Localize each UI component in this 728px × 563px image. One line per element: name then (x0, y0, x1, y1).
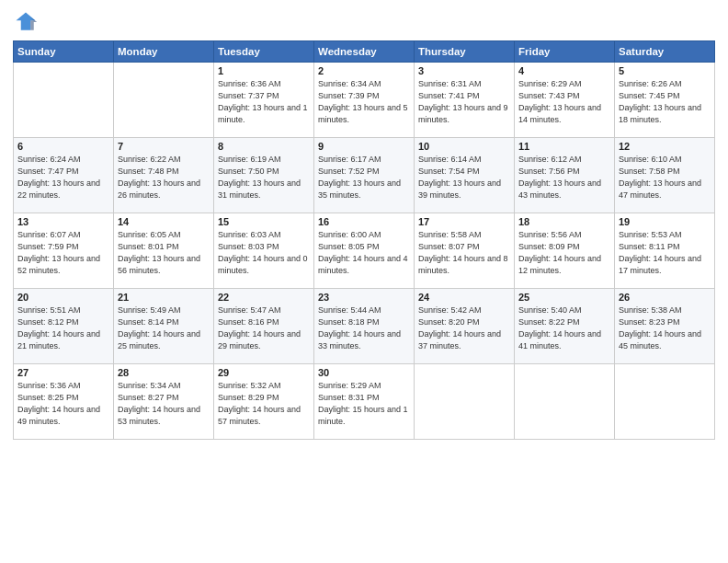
calendar-cell: 16Sunrise: 6:00 AM Sunset: 8:05 PM Dayli… (314, 213, 415, 289)
day-info: Sunrise: 6:19 AM Sunset: 7:50 PM Dayligh… (218, 154, 310, 201)
day-number: 9 (318, 141, 410, 152)
calendar-cell: 8Sunrise: 6:19 AM Sunset: 7:50 PM Daylig… (214, 138, 314, 213)
calendar-cell: 21Sunrise: 5:49 AM Sunset: 8:14 PM Dayli… (114, 289, 214, 364)
calendar-cell: 5Sunrise: 6:26 AM Sunset: 7:45 PM Daylig… (615, 63, 715, 138)
day-info: Sunrise: 5:58 AM Sunset: 8:07 PM Dayligh… (418, 229, 510, 277)
day-number: 13 (17, 216, 109, 227)
calendar-header-row: SundayMondayTuesdayWednesdayThursdayFrid… (14, 41, 715, 63)
calendar-cell (14, 63, 114, 138)
day-number: 24 (418, 292, 510, 303)
day-info: Sunrise: 5:47 AM Sunset: 8:16 PM Dayligh… (218, 304, 310, 352)
day-of-week-header: Monday (114, 41, 214, 63)
day-info: Sunrise: 6:07 AM Sunset: 7:59 PM Dayligh… (17, 229, 109, 277)
calendar-cell: 27Sunrise: 5:36 AM Sunset: 8:25 PM Dayli… (14, 364, 114, 440)
day-number: 14 (118, 216, 210, 227)
day-of-week-header: Saturday (615, 41, 715, 63)
calendar-cell: 25Sunrise: 5:40 AM Sunset: 8:22 PM Dayli… (515, 289, 615, 364)
calendar-week-row: 20Sunrise: 5:51 AM Sunset: 8:12 PM Dayli… (14, 289, 715, 364)
day-of-week-header: Friday (515, 41, 615, 63)
logo (13, 9, 42, 35)
calendar-cell: 12Sunrise: 6:10 AM Sunset: 7:58 PM Dayli… (615, 138, 715, 213)
calendar-cell: 3Sunrise: 6:31 AM Sunset: 7:41 PM Daylig… (415, 63, 515, 138)
page: SundayMondayTuesdayWednesdayThursdayFrid… (0, 0, 728, 563)
calendar-cell: 29Sunrise: 5:32 AM Sunset: 8:29 PM Dayli… (214, 364, 314, 440)
day-info: Sunrise: 5:36 AM Sunset: 8:25 PM Dayligh… (17, 380, 109, 428)
day-info: Sunrise: 6:14 AM Sunset: 7:54 PM Dayligh… (418, 154, 510, 201)
day-info: Sunrise: 5:44 AM Sunset: 8:18 PM Dayligh… (318, 304, 410, 352)
calendar-cell: 18Sunrise: 5:56 AM Sunset: 8:09 PM Dayli… (515, 213, 615, 289)
day-number: 23 (318, 292, 410, 303)
day-info: Sunrise: 6:00 AM Sunset: 8:05 PM Dayligh… (318, 229, 410, 277)
day-info: Sunrise: 6:26 AM Sunset: 7:45 PM Dayligh… (619, 78, 711, 126)
calendar-table: SundayMondayTuesdayWednesdayThursdayFrid… (13, 40, 715, 440)
day-info: Sunrise: 5:56 AM Sunset: 8:09 PM Dayligh… (518, 229, 610, 277)
calendar-cell (615, 364, 715, 440)
day-number: 10 (418, 141, 510, 152)
day-info: Sunrise: 6:29 AM Sunset: 7:43 PM Dayligh… (518, 78, 610, 126)
calendar-cell: 4Sunrise: 6:29 AM Sunset: 7:43 PM Daylig… (515, 63, 615, 138)
day-number: 25 (518, 292, 610, 303)
calendar-cell: 28Sunrise: 5:34 AM Sunset: 8:27 PM Dayli… (114, 364, 214, 440)
day-number: 6 (17, 141, 109, 152)
calendar-cell: 24Sunrise: 5:42 AM Sunset: 8:20 PM Dayli… (415, 289, 515, 364)
day-info: Sunrise: 5:49 AM Sunset: 8:14 PM Dayligh… (118, 304, 210, 352)
calendar-cell: 17Sunrise: 5:58 AM Sunset: 8:07 PM Dayli… (415, 213, 515, 289)
day-number: 3 (418, 65, 510, 76)
day-number: 22 (218, 292, 310, 303)
day-of-week-header: Sunday (14, 41, 114, 63)
calendar-cell: 6Sunrise: 6:24 AM Sunset: 7:47 PM Daylig… (14, 138, 114, 213)
day-number: 27 (17, 367, 109, 378)
day-info: Sunrise: 5:34 AM Sunset: 8:27 PM Dayligh… (118, 380, 210, 428)
calendar-cell: 10Sunrise: 6:14 AM Sunset: 7:54 PM Dayli… (415, 138, 515, 213)
day-info: Sunrise: 5:51 AM Sunset: 8:12 PM Dayligh… (17, 304, 109, 352)
day-number: 30 (318, 367, 410, 378)
calendar-week-row: 27Sunrise: 5:36 AM Sunset: 8:25 PM Dayli… (14, 364, 715, 440)
day-info: Sunrise: 5:53 AM Sunset: 8:11 PM Dayligh… (619, 229, 711, 277)
day-info: Sunrise: 6:22 AM Sunset: 7:48 PM Dayligh… (118, 154, 210, 201)
day-number: 17 (418, 216, 510, 227)
header (13, 9, 715, 35)
calendar-week-row: 1Sunrise: 6:36 AM Sunset: 7:37 PM Daylig… (14, 63, 715, 138)
calendar-cell: 15Sunrise: 6:03 AM Sunset: 8:03 PM Dayli… (214, 213, 314, 289)
day-info: Sunrise: 6:10 AM Sunset: 7:58 PM Dayligh… (619, 154, 711, 201)
day-number: 28 (118, 367, 210, 378)
day-number: 4 (518, 65, 610, 76)
day-info: Sunrise: 6:17 AM Sunset: 7:52 PM Dayligh… (318, 154, 410, 201)
day-info: Sunrise: 6:24 AM Sunset: 7:47 PM Dayligh… (17, 154, 109, 201)
day-info: Sunrise: 5:38 AM Sunset: 8:23 PM Dayligh… (619, 304, 711, 352)
day-of-week-header: Thursday (415, 41, 515, 63)
day-info: Sunrise: 6:31 AM Sunset: 7:41 PM Dayligh… (418, 78, 510, 126)
calendar-cell: 13Sunrise: 6:07 AM Sunset: 7:59 PM Dayli… (14, 213, 114, 289)
day-info: Sunrise: 5:29 AM Sunset: 8:31 PM Dayligh… (318, 380, 410, 428)
day-number: 1 (218, 65, 310, 76)
day-of-week-header: Tuesday (214, 41, 314, 63)
calendar-cell (515, 364, 615, 440)
calendar-week-row: 6Sunrise: 6:24 AM Sunset: 7:47 PM Daylig… (14, 138, 715, 213)
calendar-cell: 11Sunrise: 6:12 AM Sunset: 7:56 PM Dayli… (515, 138, 615, 213)
calendar-cell: 30Sunrise: 5:29 AM Sunset: 8:31 PM Dayli… (314, 364, 415, 440)
day-number: 16 (318, 216, 410, 227)
day-info: Sunrise: 6:36 AM Sunset: 7:37 PM Dayligh… (218, 78, 310, 126)
day-info: Sunrise: 6:03 AM Sunset: 8:03 PM Dayligh… (218, 229, 310, 277)
day-number: 19 (619, 216, 711, 227)
day-number: 20 (17, 292, 109, 303)
calendar-cell: 2Sunrise: 6:34 AM Sunset: 7:39 PM Daylig… (314, 63, 415, 138)
calendar-cell (415, 364, 515, 440)
calendar-cell: 19Sunrise: 5:53 AM Sunset: 8:11 PM Dayli… (615, 213, 715, 289)
day-info: Sunrise: 5:42 AM Sunset: 8:20 PM Dayligh… (418, 304, 510, 352)
day-of-week-header: Wednesday (314, 41, 415, 63)
calendar-cell: 26Sunrise: 5:38 AM Sunset: 8:23 PM Dayli… (615, 289, 715, 364)
day-info: Sunrise: 5:32 AM Sunset: 8:29 PM Dayligh… (218, 380, 310, 428)
day-number: 29 (218, 367, 310, 378)
day-number: 21 (118, 292, 210, 303)
day-number: 15 (218, 216, 310, 227)
day-info: Sunrise: 5:40 AM Sunset: 8:22 PM Dayligh… (518, 304, 610, 352)
day-number: 26 (619, 292, 711, 303)
day-number: 5 (619, 65, 711, 76)
calendar-cell: 22Sunrise: 5:47 AM Sunset: 8:16 PM Dayli… (214, 289, 314, 364)
calendar-week-row: 13Sunrise: 6:07 AM Sunset: 7:59 PM Dayli… (14, 213, 715, 289)
logo-icon (13, 9, 39, 35)
day-number: 18 (518, 216, 610, 227)
day-number: 2 (318, 65, 410, 76)
day-info: Sunrise: 6:12 AM Sunset: 7:56 PM Dayligh… (518, 154, 610, 201)
